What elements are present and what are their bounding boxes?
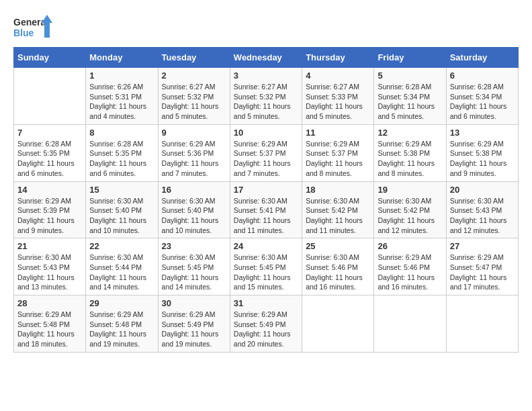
day-number: 28: [17, 298, 82, 308]
calendar-cell: 28 Sunrise: 6:29 AMSunset: 5:48 PMDaylig…: [14, 295, 86, 353]
cell-info: Sunrise: 6:27 AMSunset: 5:32 PMDaylight:…: [234, 82, 298, 122]
week-row-2: 7 Sunrise: 6:28 AMSunset: 5:35 PMDayligh…: [14, 124, 519, 181]
calendar-cell: 10 Sunrise: 6:29 AMSunset: 5:37 PMDaylig…: [230, 124, 302, 181]
day-number: 14: [17, 185, 82, 195]
day-number: 7: [17, 128, 82, 138]
cell-info: Sunrise: 6:30 AMSunset: 5:46 PMDaylight:…: [306, 253, 370, 292]
day-number: 2: [162, 71, 226, 81]
day-number: 30: [162, 298, 226, 308]
calendar-cell: 13 Sunrise: 6:29 AMSunset: 5:38 PMDaylig…: [446, 124, 518, 181]
week-row-5: 28 Sunrise: 6:29 AMSunset: 5:48 PMDaylig…: [14, 295, 519, 353]
calendar-cell: 26 Sunrise: 6:29 AMSunset: 5:46 PMDaylig…: [374, 238, 446, 295]
calendar-cell: 6 Sunrise: 6:28 AMSunset: 5:34 PMDayligh…: [446, 68, 518, 125]
col-header-saturday: Saturday: [446, 48, 518, 68]
day-number: 3: [234, 71, 298, 81]
calendar-cell: 11 Sunrise: 6:29 AMSunset: 5:37 PMDaylig…: [302, 124, 374, 181]
calendar-cell: 21 Sunrise: 6:30 AMSunset: 5:43 PMDaylig…: [14, 238, 86, 295]
cell-info: Sunrise: 6:30 AMSunset: 5:43 PMDaylight:…: [17, 253, 82, 292]
week-row-1: 1 Sunrise: 6:26 AMSunset: 5:31 PMDayligh…: [14, 68, 519, 125]
header-row: SundayMondayTuesdayWednesdayThursdayFrid…: [14, 48, 519, 68]
svg-text:Blue: Blue: [13, 28, 34, 38]
day-number: 15: [89, 185, 154, 195]
day-number: 4: [306, 71, 370, 81]
cell-info: Sunrise: 6:29 AMSunset: 5:46 PMDaylight:…: [378, 253, 442, 292]
col-header-sunday: Sunday: [14, 48, 86, 68]
calendar-cell: 8 Sunrise: 6:28 AMSunset: 5:35 PMDayligh…: [86, 124, 158, 181]
day-number: 17: [234, 185, 298, 195]
calendar-cell: 12 Sunrise: 6:29 AMSunset: 5:38 PMDaylig…: [374, 124, 446, 181]
calendar-cell: 1 Sunrise: 6:26 AMSunset: 5:31 PMDayligh…: [86, 68, 158, 125]
day-number: 21: [17, 241, 82, 251]
day-number: 29: [89, 298, 154, 308]
calendar-cell: 4 Sunrise: 6:27 AMSunset: 5:33 PMDayligh…: [302, 68, 374, 125]
day-number: 9: [162, 128, 226, 138]
cell-info: Sunrise: 6:28 AMSunset: 5:34 PMDaylight:…: [450, 82, 515, 122]
day-number: 26: [378, 241, 442, 251]
calendar-cell: 27 Sunrise: 6:29 AMSunset: 5:47 PMDaylig…: [446, 238, 518, 295]
day-number: 31: [234, 298, 298, 308]
logo: GeneralBlue: [13, 13, 54, 40]
col-header-wednesday: Wednesday: [230, 48, 302, 68]
header: GeneralBlue: [13, 13, 519, 40]
cell-info: Sunrise: 6:30 AMSunset: 5:41 PMDaylight:…: [234, 196, 298, 236]
cell-info: Sunrise: 6:29 AMSunset: 5:48 PMDaylight:…: [17, 310, 82, 349]
cell-info: Sunrise: 6:29 AMSunset: 5:47 PMDaylight:…: [450, 253, 515, 292]
calendar-cell: [302, 295, 374, 353]
day-number: 23: [162, 241, 226, 251]
cell-info: Sunrise: 6:29 AMSunset: 5:37 PMDaylight:…: [306, 139, 370, 179]
cell-info: Sunrise: 6:26 AMSunset: 5:31 PMDaylight:…: [89, 82, 154, 122]
week-row-3: 14 Sunrise: 6:29 AMSunset: 5:39 PMDaylig…: [14, 181, 519, 238]
day-number: 8: [89, 128, 154, 138]
logo-icon: GeneralBlue: [13, 13, 54, 40]
calendar-cell: 7 Sunrise: 6:28 AMSunset: 5:35 PMDayligh…: [14, 124, 86, 181]
calendar-cell: 30 Sunrise: 6:29 AMSunset: 5:49 PMDaylig…: [158, 295, 230, 353]
cell-info: Sunrise: 6:30 AMSunset: 5:42 PMDaylight:…: [378, 196, 442, 236]
col-header-thursday: Thursday: [302, 48, 374, 68]
calendar-cell: 5 Sunrise: 6:28 AMSunset: 5:34 PMDayligh…: [374, 68, 446, 125]
calendar-cell: 9 Sunrise: 6:29 AMSunset: 5:36 PMDayligh…: [158, 124, 230, 181]
cell-info: Sunrise: 6:30 AMSunset: 5:40 PMDaylight:…: [89, 196, 154, 236]
cell-info: Sunrise: 6:29 AMSunset: 5:36 PMDaylight:…: [162, 139, 226, 179]
day-number: 10: [234, 128, 298, 138]
calendar-cell: 29 Sunrise: 6:29 AMSunset: 5:48 PMDaylig…: [86, 295, 158, 353]
calendar-cell: 20 Sunrise: 6:30 AMSunset: 5:43 PMDaylig…: [446, 181, 518, 238]
day-number: 22: [89, 241, 154, 251]
cell-info: Sunrise: 6:30 AMSunset: 5:45 PMDaylight:…: [234, 253, 298, 292]
col-header-tuesday: Tuesday: [158, 48, 230, 68]
day-number: 16: [162, 185, 226, 195]
cell-info: Sunrise: 6:30 AMSunset: 5:45 PMDaylight:…: [162, 253, 226, 292]
calendar-cell: 17 Sunrise: 6:30 AMSunset: 5:41 PMDaylig…: [230, 181, 302, 238]
col-header-friday: Friday: [374, 48, 446, 68]
calendar-cell: 19 Sunrise: 6:30 AMSunset: 5:42 PMDaylig…: [374, 181, 446, 238]
day-number: 12: [378, 128, 442, 138]
calendar-cell: 18 Sunrise: 6:30 AMSunset: 5:42 PMDaylig…: [302, 181, 374, 238]
calendar-cell: [14, 68, 86, 125]
cell-info: Sunrise: 6:30 AMSunset: 5:43 PMDaylight:…: [450, 196, 515, 236]
calendar-cell: 22 Sunrise: 6:30 AMSunset: 5:44 PMDaylig…: [86, 238, 158, 295]
cell-info: Sunrise: 6:29 AMSunset: 5:49 PMDaylight:…: [234, 310, 298, 349]
cell-info: Sunrise: 6:29 AMSunset: 5:38 PMDaylight:…: [378, 139, 442, 179]
cell-info: Sunrise: 6:29 AMSunset: 5:37 PMDaylight:…: [234, 139, 298, 179]
cell-info: Sunrise: 6:27 AMSunset: 5:32 PMDaylight:…: [162, 82, 226, 122]
day-number: 11: [306, 128, 370, 138]
day-number: 18: [306, 185, 370, 195]
cell-info: Sunrise: 6:30 AMSunset: 5:42 PMDaylight:…: [306, 196, 370, 236]
day-number: 5: [378, 71, 442, 81]
day-number: 1: [89, 71, 154, 81]
week-row-4: 21 Sunrise: 6:30 AMSunset: 5:43 PMDaylig…: [14, 238, 519, 295]
calendar-cell: 14 Sunrise: 6:29 AMSunset: 5:39 PMDaylig…: [14, 181, 86, 238]
cell-info: Sunrise: 6:30 AMSunset: 5:40 PMDaylight:…: [162, 196, 226, 236]
calendar-cell: 15 Sunrise: 6:30 AMSunset: 5:40 PMDaylig…: [86, 181, 158, 238]
calendar-table: SundayMondayTuesdayWednesdayThursdayFrid…: [13, 47, 519, 353]
calendar-cell: 16 Sunrise: 6:30 AMSunset: 5:40 PMDaylig…: [158, 181, 230, 238]
calendar-cell: [446, 295, 518, 353]
cell-info: Sunrise: 6:30 AMSunset: 5:44 PMDaylight:…: [89, 253, 154, 292]
col-header-monday: Monday: [86, 48, 158, 68]
calendar-cell: 31 Sunrise: 6:29 AMSunset: 5:49 PMDaylig…: [230, 295, 302, 353]
cell-info: Sunrise: 6:28 AMSunset: 5:35 PMDaylight:…: [17, 139, 82, 179]
day-number: 24: [234, 241, 298, 251]
cell-info: Sunrise: 6:28 AMSunset: 5:34 PMDaylight:…: [378, 82, 442, 122]
calendar-cell: 2 Sunrise: 6:27 AMSunset: 5:32 PMDayligh…: [158, 68, 230, 125]
day-number: 27: [450, 241, 515, 251]
day-number: 25: [306, 241, 370, 251]
